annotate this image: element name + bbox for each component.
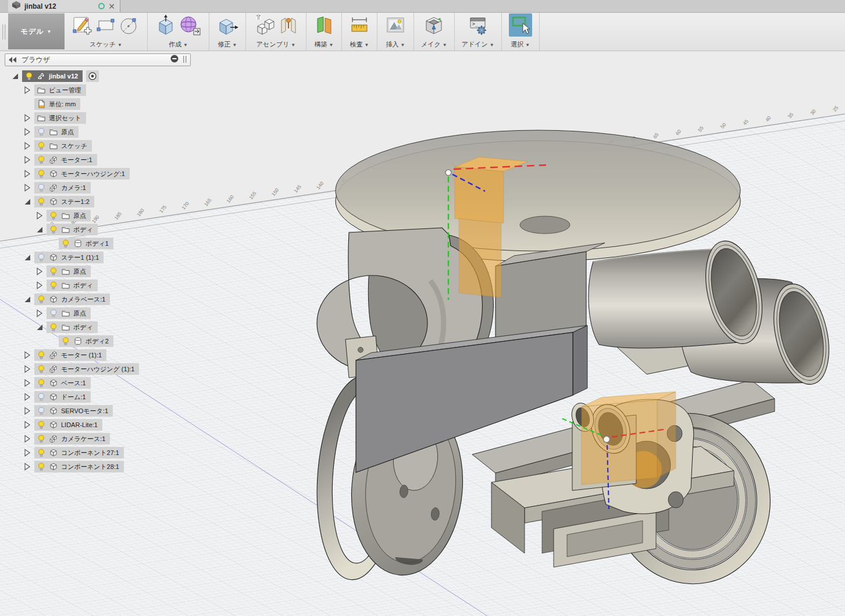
visibility-bulb-icon[interactable] <box>37 364 46 374</box>
expand-arrow-icon[interactable] <box>23 141 32 151</box>
expand-arrow-icon[interactable] <box>23 462 32 471</box>
tree-row-ドーム:1[interactable]: ドーム:1 <box>23 391 91 403</box>
visibility-bulb-icon[interactable] <box>49 225 58 234</box>
tree-row-ボディ2[interactable]: ボディ2 <box>47 335 113 347</box>
visibility-bulb-icon[interactable] <box>37 253 46 262</box>
tree-node[interactable]: モーターハウジング (1):1 <box>34 363 139 375</box>
tree-node[interactable]: ボディ <box>47 321 98 333</box>
expand-arrow-icon[interactable] <box>23 113 32 123</box>
expand-arrow-icon[interactable] <box>23 406 32 416</box>
collapse-arrow-icon[interactable] <box>35 225 44 234</box>
visibility-bulb-icon[interactable] <box>61 336 70 346</box>
tree-node[interactable]: 原点 <box>47 307 91 319</box>
tree-node[interactable]: コンポーネント27:1 <box>34 447 124 459</box>
visibility-bulb-icon[interactable] <box>37 141 46 151</box>
camera-block[interactable] <box>568 392 676 490</box>
visibility-bulb-icon[interactable] <box>49 281 58 290</box>
tree-node[interactable]: モーター (1):1 <box>34 349 106 361</box>
press-pull-icon[interactable] <box>216 15 238 39</box>
expand-arrow-icon[interactable] <box>23 364 32 374</box>
tree-row-ベース:1[interactable]: ベース:1 <box>23 377 91 389</box>
tree-node[interactable]: ボディ <box>47 280 98 291</box>
viewport-canvas[interactable]: 2001951901851801751701651601551501451401… <box>0 51 845 616</box>
tree-row-選択セット[interactable]: 選択セット <box>23 112 86 124</box>
expand-arrow-icon[interactable] <box>23 434 32 443</box>
collapse-arrow-icon[interactable] <box>10 71 20 81</box>
tab-close-icon[interactable]: ✕ <box>108 2 115 10</box>
circle-tool-icon[interactable] <box>118 15 140 39</box>
expand-arrow-icon[interactable] <box>23 169 32 178</box>
tree-node[interactable]: カメラケース:1 <box>34 433 110 445</box>
tree-node[interactable]: スケッチ <box>34 140 92 152</box>
expand-arrow-icon[interactable] <box>23 127 32 137</box>
visibility-bulb-icon[interactable] <box>37 295 46 304</box>
tree-row-ボディ[interactable]: ボディ <box>35 280 98 291</box>
expand-arrow-icon[interactable] <box>23 392 32 402</box>
tree-node[interactable]: 原点 <box>47 266 91 277</box>
tree-row-ステー1:2[interactable]: ステー1:2 <box>23 196 94 207</box>
expand-arrow-icon[interactable] <box>23 448 32 457</box>
toolbar-grip[interactable] <box>0 13 8 51</box>
tree-row-カメラ:1[interactable]: カメラ:1 <box>23 182 91 194</box>
visibility-bulb-icon[interactable] <box>37 406 46 416</box>
workspace-switcher[interactable]: モデル ▼ <box>8 13 65 49</box>
tree-node[interactable]: ビュー管理 <box>34 84 86 96</box>
make-3d-print-icon[interactable] <box>423 15 445 39</box>
visibility-bulb-icon[interactable] <box>37 197 46 206</box>
tree-node[interactable]: ベース:1 <box>34 377 91 389</box>
toolbar-group-label[interactable]: アセンブリ ▼ <box>256 40 295 49</box>
tree-node[interactable]: 単位: mm <box>34 98 80 110</box>
tree-node[interactable]: jinbal v12 <box>22 70 83 82</box>
toolbar-group-label[interactable]: スケッチ ▼ <box>90 40 122 49</box>
expand-arrow-icon[interactable] <box>23 378 32 388</box>
expand-arrow-icon[interactable] <box>35 309 44 318</box>
tree-row-カメラベース:1[interactable]: カメラベース:1 <box>23 293 110 305</box>
tree-node[interactable]: ボディ1 <box>59 238 113 249</box>
expand-arrow-icon[interactable] <box>35 281 44 290</box>
document-tab[interactable]: jinbal v12 ✕ <box>8 0 120 12</box>
form-tool-icon[interactable] <box>179 15 202 39</box>
tree-node[interactable]: ドーム:1 <box>34 391 91 403</box>
visibility-bulb-icon[interactable] <box>37 434 46 443</box>
visibility-bulb-icon[interactable] <box>37 127 46 137</box>
tree-row-ボディ[interactable]: ボディ <box>35 321 98 333</box>
visibility-bulb-icon[interactable] <box>37 350 46 360</box>
tree-node[interactable]: モーターハウジング:1 <box>34 168 130 180</box>
tree-node[interactable]: ステー1:2 <box>34 196 94 207</box>
tree-row-ボディ[interactable]: ボディ <box>35 224 98 235</box>
tree-node[interactable]: ボディ2 <box>59 335 113 347</box>
visibility-bulb-icon[interactable] <box>49 211 58 220</box>
tree-node[interactable]: 原点 <box>47 210 91 221</box>
tree-row-原点[interactable]: 原点 <box>23 126 79 138</box>
browser-header[interactable]: ブラウザ <box>5 53 191 66</box>
expand-arrow-icon[interactable] <box>35 267 44 276</box>
tree-node[interactable]: ステー1 (1):1 <box>34 252 104 263</box>
collapse-arrow-icon[interactable] <box>23 295 32 304</box>
toolbar-group-label[interactable]: 検査 ▼ <box>350 40 369 49</box>
tree-row-原点[interactable]: 原点 <box>35 266 91 277</box>
scripts-addins-icon[interactable]: >_ <box>467 15 489 39</box>
joint-tool-icon[interactable] <box>278 15 299 39</box>
tree-row-カメラケース:1[interactable]: カメラケース:1 <box>23 433 110 445</box>
visibility-bulb-icon[interactable] <box>24 71 34 81</box>
tree-node[interactable]: カメラ:1 <box>34 182 91 194</box>
tree-row-単位: mm[interactable]: 単位: mm <box>23 98 80 110</box>
tree-row-ビュー管理[interactable]: ビュー管理 <box>23 84 86 96</box>
visibility-bulb-icon[interactable] <box>37 420 46 429</box>
visibility-bulb-icon[interactable] <box>49 309 58 318</box>
toolbar-group-label[interactable]: メイク ▼ <box>421 40 447 49</box>
tree-row-モーターハウジング (1):1[interactable]: モーターハウジング (1):1 <box>23 363 139 375</box>
toolbar-group-label[interactable]: 選択 ▼ <box>511 40 530 49</box>
expand-arrow-icon[interactable] <box>23 420 32 429</box>
new-component-icon[interactable] <box>253 15 276 39</box>
tree-node[interactable]: 選択セット <box>34 112 86 124</box>
tree-row-ボディ1[interactable]: ボディ1 <box>47 238 113 249</box>
tree-node[interactable]: ボディ <box>47 224 98 235</box>
collapse-arrow-icon[interactable] <box>23 253 32 262</box>
select-tool-icon[interactable] <box>509 13 532 39</box>
toolbar-group-label[interactable]: 構築 ▼ <box>315 40 334 49</box>
visibility-bulb-icon[interactable] <box>37 155 46 164</box>
radio-target-icon[interactable] <box>86 70 99 82</box>
tree-row-モーターハウジング:1[interactable]: モーターハウジング:1 <box>23 168 130 180</box>
tree-node[interactable]: LIDAR-Lite:1 <box>34 419 102 431</box>
